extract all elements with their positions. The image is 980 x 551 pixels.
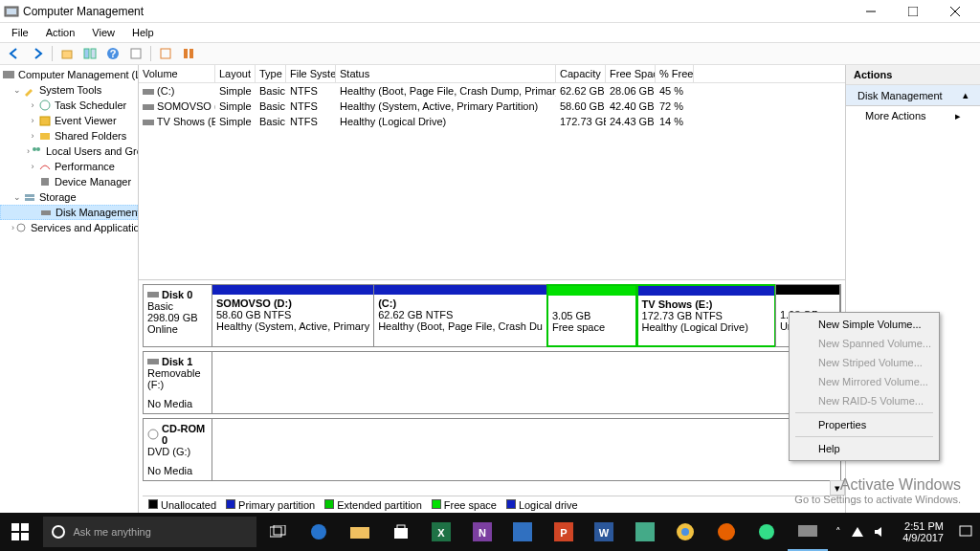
tree-system-tools[interactable]: ⌄System Tools: [0, 82, 138, 98]
ctx-new-spanned-volume[interactable]: New Spanned Volume...: [791, 334, 937, 353]
disk-header[interactable]: CD-ROM 0 DVD (G:) No Media: [144, 419, 212, 480]
taskbar-explorer[interactable]: [340, 513, 381, 551]
volume-row[interactable]: SOMOVSO (D:)SimpleBasicNTFSHealthy (Syst…: [139, 99, 845, 114]
forward-button[interactable]: [27, 44, 48, 63]
partition[interactable]: TV Shows (E:)172.73 GB NTFSHealthy (Logi…: [636, 284, 776, 347]
svg-rect-22: [25, 194, 34, 197]
col-volume[interactable]: Volume: [139, 65, 215, 82]
tree-storage[interactable]: ⌄Storage: [0, 189, 138, 205]
tree-root[interactable]: Computer Management (Local: [0, 67, 138, 82]
col-layout[interactable]: Layout: [215, 65, 256, 82]
tree-event-viewer[interactable]: ›Event Viewer: [0, 113, 138, 128]
show-hide-tree-button[interactable]: [79, 44, 100, 63]
ctx-new-striped-volume[interactable]: New Striped Volume...: [791, 353, 937, 372]
svg-rect-41: [394, 528, 408, 539]
tree-local-users[interactable]: ›Local Users and Groups: [0, 143, 138, 159]
svg-rect-52: [635, 522, 655, 541]
watermark-title: Activate Windows: [794, 476, 961, 494]
col-status[interactable]: Status: [336, 65, 556, 82]
tray-volume-icon[interactable]: [874, 526, 887, 538]
legend: Unallocated Primary partition Extended p…: [143, 496, 841, 513]
taskbar-word[interactable]: W: [584, 513, 625, 551]
svg-rect-12: [161, 49, 170, 58]
volume-row[interactable]: (C:)SimpleBasicNTFSHealthy (Boot, Page F…: [139, 83, 845, 99]
disk-type: Removable (F:): [147, 367, 208, 390]
tree-task-scheduler[interactable]: ›Task Scheduler: [0, 98, 138, 113]
taskbar-app[interactable]: [746, 513, 788, 551]
taskbar-app[interactable]: [502, 513, 544, 551]
volume-row[interactable]: TV Shows (E:)SimpleBasicNTFSHealthy (Log…: [139, 114, 845, 129]
taskbar-powerpoint[interactable]: P: [543, 513, 584, 551]
disk-header[interactable]: Disk 0 Basic 298.09 GB Online: [144, 285, 212, 346]
taskbar-excel[interactable]: X: [421, 513, 462, 551]
col-capacity[interactable]: Capacity: [556, 65, 606, 82]
ctx-new-raid5-volume[interactable]: New RAID-5 Volume...: [791, 391, 937, 410]
chevron-right-icon: ▸: [955, 110, 961, 122]
minimize-button[interactable]: [850, 0, 892, 23]
col-type[interactable]: Type: [256, 65, 286, 82]
settings-button[interactable]: [178, 44, 199, 63]
maximize-button[interactable]: [892, 0, 934, 23]
taskbar-management[interactable]: [788, 513, 829, 551]
partition[interactable]: (C:)62.62 GB NTFSHealthy (Boot, Page Fil…: [373, 284, 547, 347]
partitions: SOMOVSO (D:)58.60 GB NTFSHealthy (System…: [212, 285, 840, 346]
help-button[interactable]: ?: [102, 44, 123, 63]
tree-disk-management[interactable]: Disk Management: [0, 205, 138, 220]
svg-rect-18: [40, 133, 50, 140]
system-tray: ˄ 2:51 PM4/9/2017: [828, 520, 980, 543]
partitions[interactable]: [212, 419, 840, 480]
start-button[interactable]: [0, 513, 41, 551]
disk-icon: [147, 357, 159, 366]
partition[interactable]: SOMOVSO (D:)58.60 GB NTFSHealthy (System…: [212, 284, 374, 347]
disk-header[interactable]: Disk 1 Removable (F:) No Media: [144, 352, 212, 413]
ctx-new-mirrored-volume[interactable]: New Mirrored Volume...: [791, 372, 937, 391]
search-box[interactable]: Ask me anything: [43, 517, 256, 547]
cortana-icon: [51, 524, 66, 540]
disk-icon: [39, 206, 53, 219]
taskbar-edge[interactable]: [299, 513, 340, 551]
menu-help[interactable]: Help: [124, 25, 162, 40]
taskbar-store[interactable]: [380, 513, 421, 551]
back-button[interactable]: [4, 44, 25, 63]
ctx-new-simple-volume[interactable]: New Simple Volume...: [791, 315, 937, 334]
task-view-button[interactable]: [258, 513, 300, 551]
refresh-button[interactable]: [155, 44, 176, 63]
svg-rect-7: [84, 49, 89, 58]
menu-view[interactable]: View: [84, 25, 122, 40]
taskbar-firefox[interactable]: [706, 513, 747, 551]
svg-text:P: P: [560, 527, 567, 539]
taskbar-app[interactable]: [624, 513, 665, 551]
col-freespace[interactable]: Free Space: [606, 65, 656, 82]
ctx-help[interactable]: Help: [791, 439, 937, 458]
tree-services[interactable]: ›Services and Applications: [0, 220, 138, 235]
close-button[interactable]: [934, 0, 976, 23]
tray-clock[interactable]: 2:51 PM4/9/2017: [897, 520, 949, 543]
actions-more[interactable]: More Actions▸: [846, 106, 980, 126]
tree-performance[interactable]: ›Performance: [0, 159, 138, 174]
col-pctfree[interactable]: % Free: [656, 65, 694, 82]
tree-device-manager[interactable]: Device Manager: [0, 174, 138, 189]
up-button[interactable]: [56, 44, 78, 63]
menu-action[interactable]: Action: [38, 25, 83, 40]
svg-rect-13: [184, 49, 188, 58]
legend-swatch: [324, 499, 334, 509]
svg-point-31: [148, 430, 158, 439]
tree-shared-folders[interactable]: ›Shared Folders: [0, 128, 138, 143]
tree-label: Performance: [55, 161, 115, 172]
users-icon: [30, 144, 43, 158]
actions-section[interactable]: Disk Management▴: [846, 85, 980, 106]
properties-button[interactable]: [125, 44, 146, 63]
taskbar-onenote[interactable]: N: [461, 513, 502, 551]
col-filesystem[interactable]: File System: [286, 65, 336, 82]
svg-rect-57: [798, 525, 817, 537]
tray-chevron-icon[interactable]: ˄: [835, 526, 841, 539]
tray-network-icon[interactable]: [851, 526, 864, 538]
disk-row: Disk 0 Basic 298.09 GB Online SOMOVSO (D…: [143, 284, 841, 347]
menu-file[interactable]: File: [4, 25, 36, 40]
ctx-properties[interactable]: Properties: [791, 415, 937, 434]
tree-label: System Tools: [39, 84, 101, 96]
taskbar-chrome[interactable]: [665, 513, 706, 551]
partition-free[interactable]: 3.05 GBFree space: [546, 284, 637, 347]
tray-notifications-icon[interactable]: [959, 525, 972, 539]
partitions[interactable]: [212, 352, 840, 413]
